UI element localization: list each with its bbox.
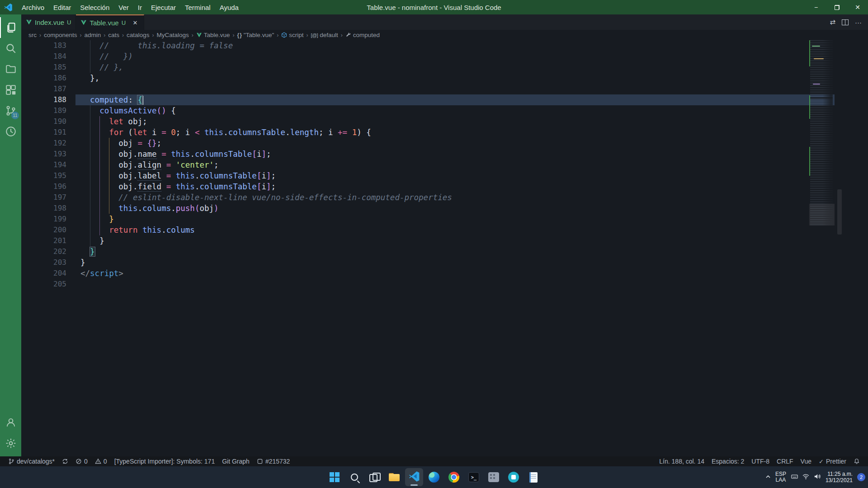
activity-folder-icon[interactable] bbox=[0, 59, 21, 80]
close-tab-icon[interactable]: ✕ bbox=[131, 19, 139, 27]
activity-account-icon[interactable] bbox=[0, 412, 21, 433]
minimap-viewport-slider[interactable] bbox=[809, 204, 835, 225]
menu-archivo[interactable]: Archivo bbox=[17, 0, 49, 14]
code-line-204[interactable]: 204</script> bbox=[21, 268, 868, 279]
activity-settings-gear-icon[interactable] bbox=[0, 433, 21, 454]
activity-extensions-icon[interactable] bbox=[0, 80, 21, 100]
line-number[interactable]: 197 bbox=[21, 192, 66, 203]
code-line-194[interactable]: 194 obj.align = 'center'; bbox=[21, 160, 868, 170]
code-line-199[interactable]: 199 } bbox=[21, 214, 868, 225]
line-number[interactable]: 187 bbox=[21, 84, 66, 94]
menu-selecci-n[interactable]: Selección bbox=[75, 0, 114, 14]
line-number[interactable]: 189 bbox=[21, 105, 66, 116]
line-number[interactable]: 192 bbox=[21, 138, 66, 149]
breadcrumb-item-src[interactable]: src bbox=[28, 32, 37, 38]
line-number[interactable]: 186 bbox=[21, 73, 66, 84]
line-number[interactable]: 195 bbox=[21, 170, 66, 181]
code-line-202[interactable]: 202 } bbox=[21, 246, 868, 257]
breadcrumb-item-components[interactable]: components bbox=[44, 32, 77, 38]
code-line-184[interactable]: 184 // }) bbox=[21, 51, 868, 62]
line-number[interactable]: 199 bbox=[21, 214, 66, 225]
menu-ver[interactable]: Ver bbox=[114, 0, 133, 14]
code-line-189[interactable]: 189 columsActive() { bbox=[21, 105, 868, 116]
tray-keyboard-icon[interactable] bbox=[791, 473, 798, 482]
code-line-196[interactable]: 196 obj.field = this.columnsTable[i]; bbox=[21, 181, 868, 192]
line-number[interactable]: 185 bbox=[21, 62, 66, 73]
code-line-190[interactable]: 190 let obj; bbox=[21, 116, 868, 127]
status-item-espacios-2[interactable]: Espacios: 2 bbox=[708, 456, 748, 466]
tab-table-vue[interactable]: Table.vueU✕ bbox=[76, 14, 144, 30]
status-item-l-n-188-col-14[interactable]: Lín. 188, col. 14 bbox=[656, 456, 708, 466]
code-line-188[interactable]: 188 computed: { bbox=[21, 94, 868, 105]
taskbar-remote-desktop-icon[interactable] bbox=[485, 468, 503, 486]
line-number[interactable]: 201 bbox=[21, 235, 66, 246]
code-line-200[interactable]: 200 return this.colums bbox=[21, 225, 868, 235]
open-changes-icon[interactable]: ⇄ bbox=[830, 18, 835, 26]
menu-terminal[interactable]: Terminal bbox=[180, 0, 215, 14]
breadcrumb-item-catalogs[interactable]: catalogs bbox=[127, 32, 149, 38]
taskbar-edge-icon[interactable] bbox=[425, 468, 443, 486]
status-item-utf-8[interactable]: UTF-8 bbox=[748, 456, 773, 466]
taskbar-terminal-icon[interactable]: >_ bbox=[465, 468, 483, 486]
line-number[interactable]: 191 bbox=[21, 127, 66, 138]
code-line-191[interactable]: 191 for (let i = 0; i < this.columnsTabl… bbox=[21, 127, 868, 138]
notification-count-badge[interactable]: 2 bbox=[857, 473, 865, 481]
tab-index-vue[interactable]: Index.vueU bbox=[21, 14, 76, 30]
breadcrumb-item-table-vue[interactable]: { }"Table.vue" bbox=[237, 32, 274, 38]
restore-button[interactable] bbox=[826, 0, 847, 14]
status-item-215732[interactable]: #215732 bbox=[253, 456, 294, 466]
menu-editar[interactable]: Editar bbox=[49, 0, 75, 14]
status-item-dev-catalogs[interactable]: dev/catalogs* bbox=[5, 456, 58, 466]
line-number[interactable]: 205 bbox=[21, 279, 66, 290]
close-button[interactable]: ✕ bbox=[847, 0, 868, 14]
taskbar-task-view-icon[interactable] bbox=[365, 468, 383, 486]
menu-ir[interactable]: Ir bbox=[133, 0, 146, 14]
breadcrumb-item-table-vue[interactable]: Table.vue bbox=[196, 32, 230, 38]
code-line-201[interactable]: 201 } bbox=[21, 235, 868, 246]
line-number[interactable]: 184 bbox=[21, 51, 66, 62]
code-line-205[interactable]: 205 bbox=[21, 279, 868, 290]
line-number[interactable]: 204 bbox=[21, 268, 66, 279]
vscode-logo-icon[interactable] bbox=[4, 3, 13, 12]
code-line-195[interactable]: 195 obj.label = this.columnsTable[i]; bbox=[21, 170, 868, 181]
breadcrumb-item-cats[interactable]: cats bbox=[108, 32, 119, 38]
activity-clock-icon[interactable] bbox=[0, 121, 21, 142]
line-number[interactable]: 183 bbox=[21, 40, 66, 51]
status-item-vue[interactable]: Vue bbox=[797, 456, 815, 466]
code-line-186[interactable]: 186 }, bbox=[21, 73, 868, 84]
code-line-187[interactable]: 187 bbox=[21, 84, 868, 94]
split-editor-icon[interactable] bbox=[842, 19, 849, 25]
code-line-198[interactable]: 198 this.colums.push(obj) bbox=[21, 203, 868, 214]
activity-source-control-icon[interactable]: 11 bbox=[0, 100, 21, 121]
breadcrumb-item-default[interactable]: [@]default bbox=[311, 32, 338, 38]
status-item[interactable] bbox=[58, 456, 72, 466]
line-number[interactable]: 198 bbox=[21, 203, 66, 214]
line-number[interactable]: 190 bbox=[21, 116, 66, 127]
minimap[interactable] bbox=[809, 40, 835, 235]
code-line-197[interactable]: 197 // eslint-disable-next-line vue/no-s… bbox=[21, 192, 868, 203]
breadcrumb-item-mycatalogs[interactable]: MyCatalogs bbox=[156, 32, 189, 38]
taskbar-windows-start-icon[interactable] bbox=[326, 468, 344, 486]
code-line-183[interactable]: 183 // this.loading = false bbox=[21, 40, 868, 51]
vertical-scrollbar[interactable] bbox=[836, 40, 843, 456]
status-item-0[interactable]: 0 bbox=[72, 456, 91, 466]
activity-files-icon[interactable] bbox=[0, 17, 21, 38]
status-item[interactable] bbox=[850, 456, 863, 466]
menu-ejecutar[interactable]: Ejecutar bbox=[146, 0, 180, 14]
tray-wifi-icon[interactable] bbox=[802, 473, 810, 482]
language-indicator[interactable]: ESP LAA bbox=[775, 471, 786, 483]
code-line-203[interactable]: 203} bbox=[21, 257, 868, 268]
more-actions-icon[interactable]: ··· bbox=[855, 19, 862, 26]
activity-search-icon[interactable] bbox=[0, 38, 21, 59]
code-line-192[interactable]: 192 obj = {}; bbox=[21, 138, 868, 149]
code-editor[interactable]: 183 // this.loading = false184 // })185 … bbox=[21, 40, 868, 456]
status-item-crlf[interactable]: CRLF bbox=[773, 456, 797, 466]
line-number[interactable]: 193 bbox=[21, 149, 66, 160]
taskbar-chrome-icon[interactable] bbox=[445, 468, 463, 486]
line-number[interactable]: 203 bbox=[21, 257, 66, 268]
code-line-193[interactable]: 193 obj.name = this.columnsTable[i]; bbox=[21, 149, 868, 160]
status-item-git-graph[interactable]: Git Graph bbox=[218, 456, 253, 466]
status-item-0[interactable]: 0 bbox=[91, 456, 111, 466]
line-number[interactable]: 194 bbox=[21, 160, 66, 170]
line-number[interactable]: 202 bbox=[21, 246, 66, 257]
